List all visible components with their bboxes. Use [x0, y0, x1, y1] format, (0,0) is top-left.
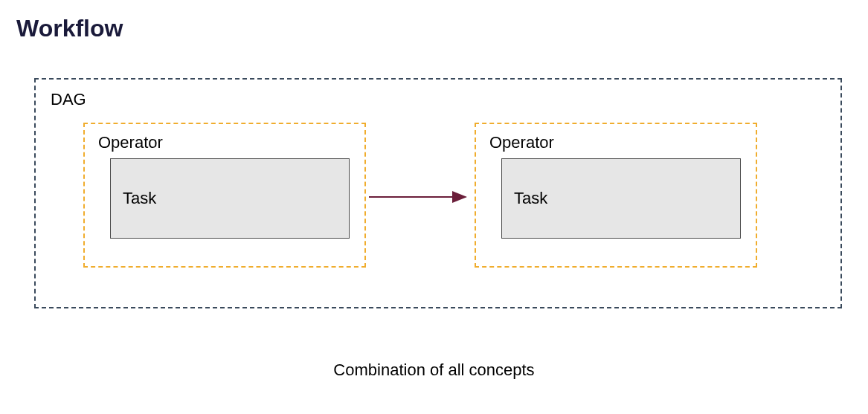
dag-label: DAG — [51, 90, 826, 109]
diagram-caption: Combination of all concepts — [0, 360, 868, 380]
arrow-icon — [369, 190, 475, 204]
operator-label: Operator — [98, 133, 351, 152]
operator-label: Operator — [489, 133, 742, 152]
operator-box-left: Operator Task — [83, 123, 366, 268]
task-box: Task — [110, 158, 350, 239]
task-box: Task — [501, 158, 741, 239]
task-label: Task — [123, 189, 156, 208]
workflow-heading: Workflow — [16, 15, 123, 42]
operator-box-right: Operator Task — [475, 123, 757, 268]
operators-row: Operator Task Operator Task — [51, 117, 826, 280]
task-label: Task — [514, 189, 547, 208]
dag-container: DAG Operator Task Operator Task — [34, 78, 842, 308]
